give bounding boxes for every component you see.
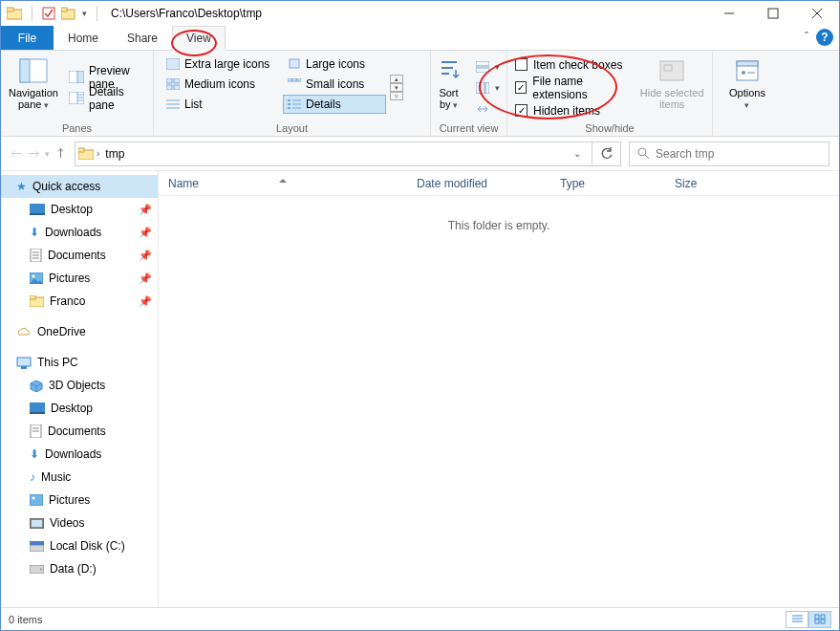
column-headers[interactable]: Name Date modified Type Size	[159, 171, 839, 196]
tree-data-d[interactable]: Data (D:)	[1, 557, 158, 580]
search-placeholder: Search tmp	[656, 147, 714, 161]
size-columns-button[interactable]	[470, 99, 505, 119]
tree-desktop-2[interactable]: Desktop	[1, 397, 158, 420]
tree-pictures[interactable]: Pictures📌	[1, 267, 158, 290]
share-tab[interactable]: Share	[113, 26, 172, 50]
search-icon	[637, 147, 650, 160]
column-type[interactable]: Type	[550, 177, 665, 190]
column-size[interactable]: Size	[665, 177, 751, 190]
svg-rect-76	[30, 541, 44, 545]
panes-group-label: Panes	[9, 120, 145, 134]
back-button[interactable]: 🡐	[11, 147, 22, 161]
svg-rect-64	[17, 358, 31, 366]
details-pane-label: Details pane	[89, 85, 140, 112]
current-view-group-label: Current view	[439, 120, 499, 134]
tree-this-pc[interactable]: This PC	[1, 351, 158, 374]
layout-small[interactable]: Small icons	[283, 75, 386, 94]
group-by-button[interactable]: ▾	[470, 57, 505, 76]
svg-rect-20	[174, 78, 180, 83]
add-columns-button[interactable]: ▾	[470, 78, 505, 98]
tree-franco[interactable]: Franco📌	[1, 290, 158, 313]
svg-rect-84	[815, 620, 819, 623]
tree-videos[interactable]: Videos	[1, 511, 158, 534]
help-icon[interactable]: ?	[816, 29, 833, 46]
tree-downloads-2[interactable]: ⬇Downloads	[1, 443, 158, 466]
pin-icon: 📌	[139, 272, 152, 285]
pin-icon: 📌	[139, 250, 152, 262]
home-tab[interactable]: Home	[54, 26, 113, 50]
options-button[interactable]: Options▾	[721, 54, 774, 120]
hide-selected-button: Hide selected items	[639, 54, 704, 120]
forward-button[interactable]: 🡒	[28, 147, 39, 161]
minimize-button[interactable]	[707, 1, 751, 26]
hidden-items-checkbox[interactable]: ✓Hidden items	[515, 101, 634, 120]
layout-scroll[interactable]: ▴▾▿	[390, 54, 403, 120]
refresh-icon	[600, 147, 614, 161]
qat-newfolder-icon[interactable]	[61, 7, 76, 20]
folder-icon	[7, 7, 22, 20]
navigation-pane-icon	[18, 56, 49, 85]
address-bar[interactable]: › tmp ⌄	[75, 141, 592, 166]
layout-details[interactable]: Details	[283, 95, 386, 114]
up-button[interactable]: 🡑	[55, 147, 67, 161]
tree-pictures-2[interactable]: Pictures	[1, 489, 158, 511]
downloads-icon: ⬇	[30, 447, 39, 461]
search-input[interactable]: Search tmp	[629, 141, 829, 166]
xlarge-icons-icon	[166, 58, 180, 70]
tree-onedrive[interactable]: OneDrive	[1, 320, 158, 343]
drive-icon	[30, 565, 44, 574]
view-tab[interactable]: View	[172, 26, 226, 51]
layout-medium[interactable]: Medium icons	[162, 75, 281, 94]
refresh-button[interactable]	[592, 141, 621, 166]
tree-quick-access[interactable]: ★Quick access	[1, 175, 158, 198]
size-columns-icon	[475, 102, 490, 116]
svg-rect-32	[288, 103, 291, 105]
sort-by-button[interactable]: Sort by	[434, 54, 464, 120]
recent-dropdown[interactable]: ▾	[45, 149, 50, 159]
svg-point-78	[40, 568, 42, 570]
ribbon-collapse-icon[interactable]: ˆ	[805, 31, 808, 44]
item-check-boxes-checkbox[interactable]: Item check boxes	[515, 55, 634, 75]
show-hide-group-label: Show/hide	[515, 120, 704, 134]
empty-folder-message: This folder is empty.	[159, 219, 839, 232]
folder-icon	[30, 295, 44, 307]
tree-documents[interactable]: Documents📌	[1, 244, 158, 267]
svg-rect-1	[7, 8, 13, 11]
layout-list[interactable]: List	[162, 95, 281, 114]
layout-large[interactable]: Large icons	[283, 54, 386, 74]
maximize-button[interactable]	[751, 1, 795, 26]
checkbox-icon	[515, 58, 528, 71]
file-tab[interactable]: File	[1, 26, 54, 50]
quick-access-icon: ★	[16, 180, 27, 193]
column-date-modified[interactable]: Date modified	[407, 177, 550, 190]
options-label: Options	[729, 87, 765, 98]
qat-properties-icon[interactable]	[42, 7, 55, 20]
tree-music[interactable]: ♪Music	[1, 466, 158, 489]
pin-icon: 📌	[139, 295, 152, 308]
tree-desktop[interactable]: Desktop📌	[1, 198, 158, 221]
close-button[interactable]	[795, 1, 839, 26]
layout-xlarge[interactable]: Extra large icons	[162, 54, 281, 74]
title-bar: ▾ C:\Users\Franco\Desktop\tmp	[1, 1, 839, 26]
view-details-button[interactable]	[786, 611, 808, 628]
onedrive-icon	[16, 327, 32, 337]
column-name[interactable]: Name	[159, 177, 407, 190]
tree-3d-objects[interactable]: 3D Objects	[1, 374, 158, 397]
breadcrumb-item[interactable]: tmp	[105, 147, 124, 161]
svg-rect-66	[30, 403, 45, 412]
svg-rect-6	[768, 9, 778, 18]
sort-by-icon	[434, 56, 464, 85]
preview-pane-button[interactable]: Preview pane	[64, 68, 145, 87]
details-icon	[288, 98, 301, 110]
tree-downloads[interactable]: ⬇Downloads📌	[1, 221, 158, 244]
view-thumbnails-button[interactable]	[808, 611, 831, 628]
details-pane-button[interactable]: Details pane	[64, 89, 145, 108]
qat-dropdown-icon[interactable]: ▾	[82, 9, 87, 18]
navigation-tree[interactable]: ★Quick access Desktop📌 ⬇Downloads📌 Docum…	[1, 171, 159, 607]
navigation-pane-button[interactable]: Navigation pane	[9, 54, 58, 120]
address-dropdown[interactable]: ⌄	[565, 142, 590, 165]
tree-local-disk-c[interactable]: Local Disk (C:)	[1, 534, 158, 557]
window-title: C:\Users\Franco\Desktop\tmp	[111, 7, 262, 20]
tree-documents-2[interactable]: Documents	[1, 420, 158, 443]
file-name-extensions-checkbox[interactable]: ✓File name extensions	[515, 78, 634, 98]
